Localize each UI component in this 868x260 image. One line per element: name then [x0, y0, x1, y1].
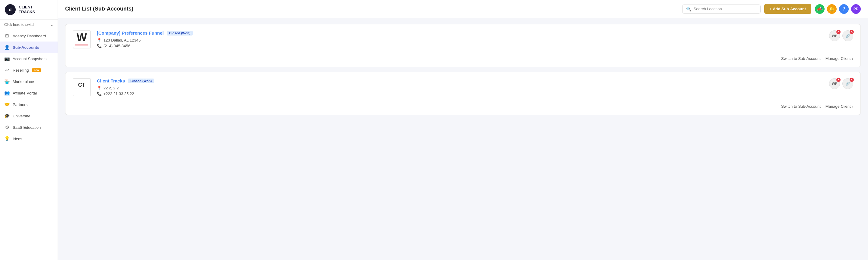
- topbar: Client List (Sub-Accounts) 🔍 + Add Sub-A…: [58, 0, 868, 18]
- notification-icons: 📣 🔔 ? PD: [815, 4, 861, 14]
- sidebar-item-label: Agency Dashboard: [13, 34, 46, 38]
- client-logo-letter-2: CT: [78, 82, 85, 88]
- manage-client-label-2: Manage Client: [826, 104, 851, 109]
- partners-icon: 🤝: [4, 102, 10, 107]
- sidebar-item-label: University: [13, 114, 30, 118]
- status-badge-2: Closed (Won): [128, 79, 154, 83]
- client-logo-letter: W: [76, 32, 87, 43]
- client-logo-2: CT: [73, 78, 91, 96]
- client-logo-underline: [75, 44, 88, 45]
- sidebar-logo: d CLIENT TRACKS: [0, 0, 58, 20]
- sidebar-item-partners[interactable]: 🤝 Partners: [0, 99, 58, 110]
- sidebar-item-university[interactable]: 🎓 University: [0, 110, 58, 121]
- switch-to-sub-account-button-2[interactable]: Switch to Sub-Account: [781, 104, 820, 109]
- sidebar-item-label: Marketplace: [13, 79, 34, 84]
- sidebar-item-sub-accounts[interactable]: 👤 Sub-Accounts: [0, 41, 58, 53]
- user-icon: 👤: [4, 44, 10, 50]
- sidebar-item-label: Affiliate Portal: [13, 91, 37, 96]
- client-phone: (214) 345-3456: [103, 44, 130, 48]
- switch-account-label: Click here to switch: [4, 23, 35, 27]
- card-actions: Switch to Sub-Account Manage Client ›: [73, 53, 853, 61]
- client-card-inner: CT Client Tracks Closed (Won) 📍 22 2, 2 …: [73, 78, 853, 97]
- chevron-right-icon-2: ›: [852, 104, 853, 109]
- lightbulb-icon: 💡: [4, 136, 10, 141]
- close-badge-2: ✕: [849, 30, 854, 34]
- sidebar-item-ideas[interactable]: 💡 Ideas: [0, 133, 58, 144]
- help-button[interactable]: ?: [839, 4, 849, 14]
- pin-icon: 📍: [97, 38, 102, 42]
- client-name-2[interactable]: Client Tracks: [97, 78, 125, 83]
- page-title: Client List (Sub-Accounts): [65, 6, 133, 12]
- manage-client-button[interactable]: Manage Client ›: [826, 56, 853, 61]
- sidebar-item-reselling[interactable]: ↩ Reselling new: [0, 64, 58, 76]
- sidebar-item-account-snapshots[interactable]: 📷 Account Snapshots: [0, 53, 58, 64]
- sidebar-item-agency-dashboard[interactable]: ⊞ Agency Dashboard: [0, 30, 58, 41]
- status-badge: Closed (Won): [167, 31, 193, 36]
- camera-icon: 📷: [4, 56, 10, 62]
- client-card: WP ✕ 🔗 ✕ W [Company] Preferences Funnel …: [65, 24, 861, 67]
- client-name[interactable]: [Company] Preferences Funnel: [97, 30, 164, 36]
- integration-icons-2: WP ✕ 🔗 ✕: [829, 78, 853, 89]
- client-phone-2: +222 21 33 25 22: [103, 91, 134, 96]
- logo-icon: d: [5, 4, 16, 15]
- sidebar-item-label: Reselling: [13, 68, 29, 73]
- sidebar-item-label: Partners: [13, 102, 27, 107]
- marketplace-icon: 🏪: [4, 79, 10, 84]
- phone-row-2: 📞 +222 21 33 25 22: [97, 91, 853, 96]
- content-area: WP ✕ 🔗 ✕ W [Company] Preferences Funnel …: [58, 18, 868, 260]
- add-sub-account-button[interactable]: + Add Sub-Account: [764, 4, 812, 14]
- integration-icons: WP ✕ 🔗 ✕: [829, 30, 853, 41]
- affiliate-icon: 👥: [4, 90, 10, 96]
- sidebar-item-marketplace[interactable]: 🏪 Marketplace: [0, 76, 58, 87]
- sidebar-item-saas-education[interactable]: ⚙ SaaS Education: [0, 121, 58, 133]
- phone-row: 📞 (214) 345-3456: [97, 44, 853, 48]
- client-logo: W: [73, 30, 91, 48]
- address-row: 📍 123 Dallas, AL 12345: [97, 38, 853, 42]
- client-info-2: Client Tracks Closed (Won) 📍 22 2, 2 2 📞…: [97, 78, 853, 97]
- integration-icon-button-3[interactable]: 🔗 ✕: [842, 78, 853, 89]
- manage-client-button-2[interactable]: Manage Client ›: [826, 104, 853, 109]
- address-row-2: 📍 22 2, 2 2: [97, 86, 853, 90]
- client-info: [Company] Preferences Funnel Closed (Won…: [97, 30, 853, 49]
- grid-icon: ⊞: [4, 33, 10, 39]
- close-badge: ✕: [836, 30, 841, 34]
- graduation-icon: 🎓: [4, 113, 10, 119]
- new-badge: new: [32, 68, 41, 72]
- logo-text: CLIENT TRACKS: [19, 5, 35, 14]
- phone-icon: 📞: [97, 44, 102, 48]
- client-card: WP ✕ 🔗 ✕ CT Client Tracks Closed (Won): [65, 72, 861, 115]
- sidebar-item-label: Account Snapshots: [13, 57, 46, 61]
- chevron-right-icon: ›: [852, 56, 853, 61]
- main-area: Client List (Sub-Accounts) 🔍 + Add Sub-A…: [58, 0, 868, 260]
- bell-icon: 🔔: [829, 6, 835, 12]
- bell-button[interactable]: 🔔: [827, 4, 837, 14]
- wordpress-icon-button[interactable]: WP ✕: [829, 30, 840, 41]
- client-card-inner: W [Company] Preferences Funnel Closed (W…: [73, 30, 853, 49]
- client-name-row: [Company] Preferences Funnel Closed (Won…: [97, 30, 853, 36]
- sidebar-item-affiliate-portal[interactable]: 👥 Affiliate Portal: [0, 87, 58, 99]
- megaphone-button[interactable]: 📣: [815, 4, 825, 14]
- close-badge-3: ✕: [836, 78, 841, 82]
- search-icon: 🔍: [686, 7, 691, 11]
- integration-icon-button-2[interactable]: 🔗 ✕: [842, 30, 853, 41]
- search-box[interactable]: 🔍: [682, 4, 761, 13]
- user-avatar[interactable]: PD: [851, 4, 861, 14]
- card-actions-2: Switch to Sub-Account Manage Client ›: [73, 101, 853, 109]
- client-address-2: 22 2, 2 2: [103, 86, 119, 90]
- client-address: 123 Dallas, AL 12345: [103, 38, 141, 42]
- phone-icon-2: 📞: [97, 91, 102, 96]
- sidebar-item-label: SaaS Education: [13, 125, 41, 130]
- close-badge-4: ✕: [849, 78, 854, 82]
- topbar-right: 🔍 + Add Sub-Account 📣 🔔 ? PD: [682, 4, 861, 14]
- sidebar-item-label: Ideas: [13, 137, 22, 141]
- chevron-down-icon: ⌄: [50, 23, 53, 27]
- saas-icon: ⚙: [4, 124, 10, 130]
- megaphone-icon: 📣: [817, 6, 823, 12]
- switch-account-button[interactable]: Click here to switch ⌄: [0, 20, 58, 30]
- switch-to-sub-account-button[interactable]: Switch to Sub-Account: [781, 56, 820, 61]
- wordpress-icon-button-2[interactable]: WP ✕: [829, 78, 840, 89]
- search-input[interactable]: [694, 7, 757, 11]
- manage-client-label: Manage Client: [826, 56, 851, 61]
- sidebar: d CLIENT TRACKS Click here to switch ⌄ ⊞…: [0, 0, 58, 260]
- sidebar-item-label: Sub-Accounts: [13, 45, 39, 50]
